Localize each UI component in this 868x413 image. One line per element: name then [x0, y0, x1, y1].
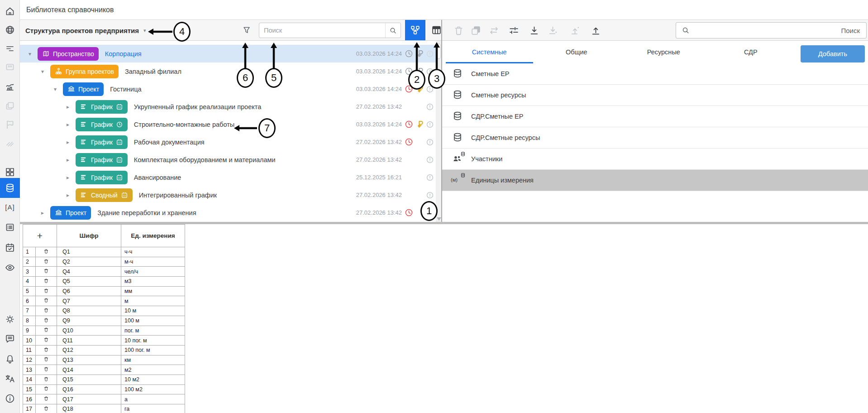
delete-row-button[interactable] [36, 345, 57, 355]
expand-caret-icon[interactable]: ▸ [64, 121, 72, 128]
delete-row-button[interactable] [36, 384, 57, 394]
sidebar-item-chart[interactable] [0, 78, 20, 95]
delete-row-button[interactable] [36, 336, 57, 346]
unit-cell[interactable]: 10 пог. м [121, 336, 185, 346]
sidebar-item-copy[interactable] [0, 98, 20, 114]
code-cell[interactable]: Q15 [57, 375, 121, 384]
unit-cell[interactable]: км [121, 355, 185, 365]
sidebar-item-info[interactable] [0, 390, 20, 407]
sidebar-item-text-a[interactable]: [A] [0, 199, 20, 215]
search-icon[interactable] [385, 23, 401, 38]
code-cell[interactable]: Q13 [57, 355, 121, 365]
code-cell[interactable]: Q4 [57, 267, 121, 277]
sidebar-item-translate[interactable] [0, 370, 20, 387]
code-cell[interactable]: Q12 [57, 345, 121, 355]
sidebar-item-hatch[interactable] [0, 135, 20, 152]
expand-caret-icon[interactable]: ▸ [64, 104, 72, 110]
tab-system[interactable]: Системные [446, 41, 533, 63]
code-cell[interactable]: Q14 [57, 365, 121, 375]
unit-cell[interactable]: м3 [121, 277, 185, 287]
unit-cell[interactable]: 10 м2 [121, 375, 185, 384]
upload-dot-button[interactable] [569, 24, 581, 36]
delete-row-button[interactable] [36, 247, 57, 257]
unit-cell[interactable]: 100 м [121, 316, 185, 326]
add-button[interactable]: Добавить [801, 45, 865, 62]
delete-row-button[interactable] [36, 375, 57, 384]
delete-row-button[interactable] [36, 365, 57, 375]
list-item[interactable]: Сметные ЕР [442, 63, 868, 85]
tree-row[interactable]: ▸ПроектЗдание переработки и хранения27.0… [20, 204, 436, 221]
filter-button[interactable] [240, 24, 253, 37]
sidebar-item-globe[interactable] [0, 22, 20, 38]
delete-row-button[interactable] [36, 355, 57, 365]
tab-resources[interactable]: Ресурсные [620, 41, 707, 63]
sidebar-item-list[interactable] [0, 219, 20, 235]
unit-cell[interactable]: а [121, 394, 185, 404]
expand-caret-icon[interactable]: ▸ [64, 192, 72, 198]
tree-row[interactable]: ▾Группа проектовЗападный филиал03.03.202… [20, 62, 436, 80]
unit-cell[interactable]: мм [121, 286, 185, 296]
unit-cell[interactable]: 100 м2 [121, 384, 185, 394]
tree-search-input[interactable] [259, 23, 385, 38]
unit-cell[interactable]: пог. м [121, 326, 185, 336]
add-row-button[interactable]: + [23, 225, 57, 247]
tree-row[interactable]: ▸ГрафикРабочая документация27.02.2026 13… [20, 133, 436, 151]
tree-row[interactable]: ▸ГрафикКомплектация оборудованием и мате… [20, 151, 436, 168]
delete-row-button[interactable] [36, 286, 57, 296]
sidebar-item-structure[interactable] [0, 40, 20, 57]
sidebar-item-chat[interactable] [0, 331, 20, 347]
delete-row-button[interactable] [36, 296, 57, 306]
delete-row-button[interactable] [36, 257, 57, 267]
tree-row[interactable]: ▾ПространствоКорпорация03.03.2026 14:24 [20, 45, 436, 62]
code-cell[interactable]: Q9 [57, 316, 121, 326]
copy-button[interactable] [470, 24, 482, 36]
tree-row[interactable]: ▾ПроектГостиница03.03.2026 14:24 [20, 80, 436, 98]
upload-button[interactable] [590, 24, 601, 36]
code-cell[interactable]: Q5 [57, 277, 121, 287]
collapse-caret-icon[interactable]: ▾ [51, 86, 59, 92]
delete-row-button[interactable] [36, 326, 57, 336]
expand-caret-icon[interactable]: ▸ [38, 210, 47, 216]
sidebar-item-bell[interactable] [0, 351, 20, 367]
tree-row[interactable]: ▸ГрафикСтроительно-монтажные работы03.03… [20, 115, 436, 133]
sidebar-item-home[interactable] [0, 3, 20, 19]
expand-caret-icon[interactable]: ▸ [64, 174, 72, 181]
expand-caret-icon[interactable]: ▸ [64, 139, 72, 145]
unit-cell[interactable]: чел/ч [121, 267, 185, 277]
delete-row-button[interactable] [36, 404, 57, 413]
unit-cell[interactable]: га [121, 404, 185, 413]
delete-row-button[interactable] [36, 277, 57, 287]
code-cell[interactable]: Q11 [57, 336, 121, 346]
tree-row[interactable]: ▸ГрафикУкрупненный график реализации про… [20, 98, 436, 115]
sidebar-item-brightness[interactable] [0, 311, 20, 327]
sidebar-item-calendar-check[interactable] [0, 240, 20, 256]
sidebar-item-database[interactable] [0, 178, 20, 198]
unit-cell[interactable]: ч-ч [121, 247, 185, 257]
tab-wbs[interactable]: СДР [707, 41, 795, 63]
list-item[interactable]: Участники [442, 149, 868, 170]
unit-cell[interactable]: 100 пог. м [121, 345, 185, 355]
sidebar-item-card[interactable] [0, 59, 20, 75]
delete-row-button[interactable] [36, 316, 57, 326]
collapse-caret-icon[interactable]: ▾ [38, 68, 47, 75]
trash-button[interactable] [453, 24, 464, 36]
list-item[interactable]: СДР.Сметные ЕР [442, 106, 868, 127]
tab-common[interactable]: Общие [533, 41, 620, 63]
list-item[interactable]: (м)Единицы измерения [442, 170, 868, 191]
reference-search-input[interactable] [690, 23, 866, 38]
scrollbar-thumb[interactable] [437, 43, 441, 59]
unit-cell[interactable]: м-ч [121, 257, 185, 267]
code-cell[interactable]: Q2 [57, 257, 121, 267]
download-button[interactable] [528, 24, 540, 36]
tree-view-toggle-button[interactable] [405, 20, 425, 40]
delete-row-button[interactable] [36, 306, 57, 316]
list-item[interactable]: Сметные ресурсы [442, 85, 868, 106]
sidebar-item-flag[interactable] [0, 116, 20, 133]
scroll-down-arrow-icon[interactable] [437, 217, 441, 221]
code-cell[interactable]: Q16 [57, 384, 121, 394]
structure-selector-dropdown[interactable]: Структура проектов предприятия ▾ [25, 20, 146, 41]
delete-row-button[interactable] [36, 267, 57, 277]
swap-button[interactable] [488, 24, 500, 36]
collapse-caret-icon[interactable]: ▾ [26, 51, 34, 57]
tree-row[interactable]: ▸СводныйИнтегрированный график27.02.2026… [20, 186, 436, 204]
